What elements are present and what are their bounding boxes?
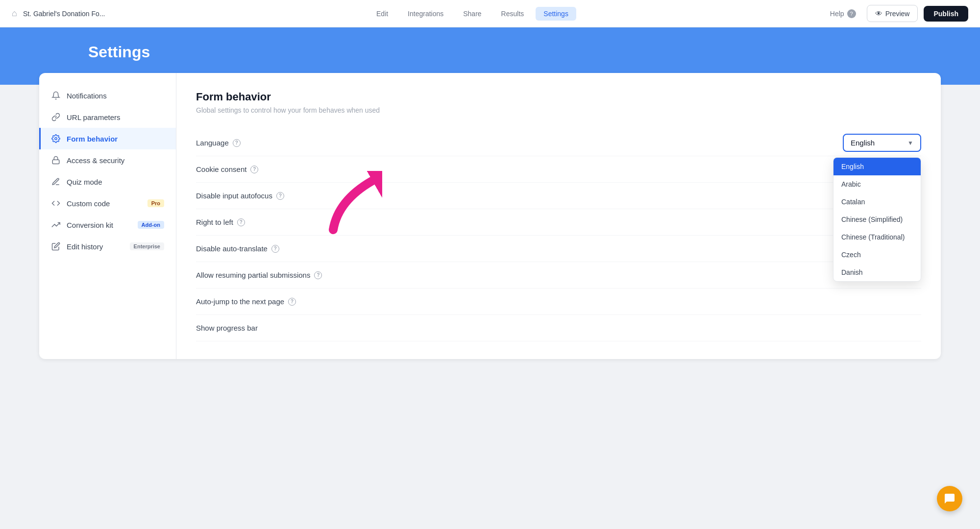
link-icon: [51, 112, 61, 122]
sidebar-label-form-behavior: Form behavior: [67, 135, 118, 143]
bell-icon: [51, 91, 61, 100]
dropdown-item-czech[interactable]: Czech: [833, 246, 921, 264]
dropdown-item-arabic[interactable]: Arabic: [833, 175, 921, 193]
dropdown-item-chinese-traditional[interactable]: Chinese (Traditional): [833, 228, 921, 246]
dropdown-item-english[interactable]: English: [833, 158, 921, 175]
chevron-down-icon: ▼: [907, 140, 913, 146]
home-icon[interactable]: ⌂: [12, 8, 17, 19]
sidebar-item-notifications[interactable]: Notifications: [39, 85, 176, 106]
lock-icon: [51, 155, 61, 165]
setting-row-rtl: Right to left ?: [196, 209, 921, 236]
help-button[interactable]: Help ?: [825, 6, 861, 21]
rtl-info-icon[interactable]: ?: [237, 218, 245, 226]
settings-content: Form behavior Global settings to control…: [176, 73, 941, 359]
sidebar-item-edit-history[interactable]: Edit history Enterprise: [39, 236, 176, 257]
quiz-icon: [51, 177, 61, 187]
badge-addon: Add-on: [138, 221, 164, 229]
auto-jump-info-icon[interactable]: ?: [288, 298, 296, 306]
tab-results[interactable]: Results: [493, 7, 532, 21]
setting-row-cookie-consent: Cookie consent ?: [196, 156, 921, 183]
sidebar-item-custom-code[interactable]: Custom code Pro: [39, 192, 176, 214]
sidebar-label-url-parameters: URL parameters: [67, 113, 120, 121]
setting-row-progress-bar: Show progress bar: [196, 315, 921, 341]
rtl-label: Right to left ?: [196, 218, 245, 226]
autofocus-info-icon[interactable]: ?: [276, 192, 284, 200]
language-label: Language ?: [196, 139, 241, 147]
project-name: St. Gabriel's Donation Fo...: [23, 10, 105, 18]
code-icon: [51, 198, 61, 208]
partial-submissions-label: Allow resuming partial submissions ?: [196, 271, 322, 279]
settings-card: Notifications URL parameters Form behavi…: [39, 73, 941, 359]
language-dropdown-wrapper: English ▼ English Arabic Catalan Chinese…: [843, 134, 921, 152]
gear-icon: [51, 134, 61, 144]
svg-rect-1: [52, 160, 59, 164]
tab-integrations[interactable]: Integrations: [400, 7, 451, 21]
help-circle-icon: ?: [847, 9, 856, 18]
dropdown-item-chinese-simplified[interactable]: Chinese (Simplified): [833, 211, 921, 228]
language-selected-value: English: [851, 139, 875, 147]
cookie-consent-info-icon[interactable]: ?: [250, 166, 258, 173]
auto-translate-label: Disable auto-translate ?: [196, 244, 279, 253]
tab-settings[interactable]: Settings: [536, 7, 576, 21]
sidebar-item-url-parameters[interactable]: URL parameters: [39, 106, 176, 128]
chart-icon: [51, 220, 61, 230]
help-label: Help: [830, 10, 844, 18]
sidebar-label-quiz-mode: Quiz mode: [67, 178, 102, 186]
tab-edit[interactable]: Edit: [368, 7, 396, 21]
main-content: Notifications URL parameters Form behavi…: [0, 73, 980, 379]
sidebar-label-edit-history: Edit history: [67, 242, 103, 251]
auto-jump-label: Auto-jump to the next page ?: [196, 297, 296, 306]
sidebar-label-conversion-kit: Conversion kit: [67, 221, 113, 229]
sidebar-item-access-security[interactable]: Access & security: [39, 149, 176, 171]
topnav-left: ⌂ St. Gabriel's Donation Fo...: [12, 8, 120, 19]
badge-enterprise: Enterprise: [130, 242, 164, 250]
setting-row-auto-jump: Auto-jump to the next page ?: [196, 289, 921, 315]
topnav: ⌂ St. Gabriel's Donation Fo... Edit Inte…: [0, 0, 980, 27]
page-title: Settings: [0, 43, 980, 61]
auto-translate-info-icon[interactable]: ?: [271, 245, 279, 253]
badge-pro: Pro: [147, 199, 164, 207]
cookie-consent-label: Cookie consent ?: [196, 165, 258, 173]
setting-row-autofocus: Disable input autofocus ?: [196, 183, 921, 209]
setting-row-partial-submissions: Allow resuming partial submissions ?: [196, 262, 921, 289]
language-select[interactable]: English ▼: [843, 134, 921, 152]
language-info-icon[interactable]: ?: [233, 139, 241, 147]
tab-share[interactable]: Share: [455, 7, 489, 21]
chat-button[interactable]: [937, 486, 962, 511]
content-subtitle: Global settings to control how your form…: [196, 106, 921, 114]
eye-icon: 👁: [875, 9, 882, 18]
preview-button[interactable]: 👁 Preview: [867, 5, 918, 22]
language-dropdown-menu: English Arabic Catalan Chinese (Simplifi…: [833, 157, 921, 282]
setting-row-language: Language ? English ▼ English Arabic Cata…: [196, 130, 921, 156]
progress-bar-label: Show progress bar: [196, 324, 258, 332]
autofocus-label: Disable input autofocus ?: [196, 192, 284, 200]
dropdown-scroll[interactable]: English Arabic Catalan Chinese (Simplifi…: [833, 158, 921, 281]
setting-row-auto-translate: Disable auto-translate ?: [196, 236, 921, 262]
sidebar-item-form-behavior[interactable]: Form behavior: [39, 128, 176, 149]
sidebar-label-custom-code: Custom code: [67, 199, 110, 208]
content-title: Form behavior: [196, 91, 921, 103]
topnav-right: Help ? 👁 Preview Publish: [825, 5, 968, 22]
partial-submissions-info-icon[interactable]: ?: [314, 271, 322, 279]
sidebar-item-quiz-mode[interactable]: Quiz mode: [39, 171, 176, 192]
sidebar-item-conversion-kit[interactable]: Conversion kit Add-on: [39, 214, 176, 236]
svg-point-0: [55, 138, 57, 140]
edit-history-icon: [51, 241, 61, 251]
dropdown-item-danish[interactable]: Danish: [833, 264, 921, 281]
publish-button[interactable]: Publish: [924, 6, 968, 22]
settings-sidebar: Notifications URL parameters Form behavi…: [39, 73, 176, 359]
topnav-center: Edit Integrations Share Results Settings: [120, 7, 825, 21]
dropdown-item-catalan[interactable]: Catalan: [833, 193, 921, 211]
sidebar-label-access-security: Access & security: [67, 156, 124, 165]
sidebar-label-notifications: Notifications: [67, 92, 107, 100]
